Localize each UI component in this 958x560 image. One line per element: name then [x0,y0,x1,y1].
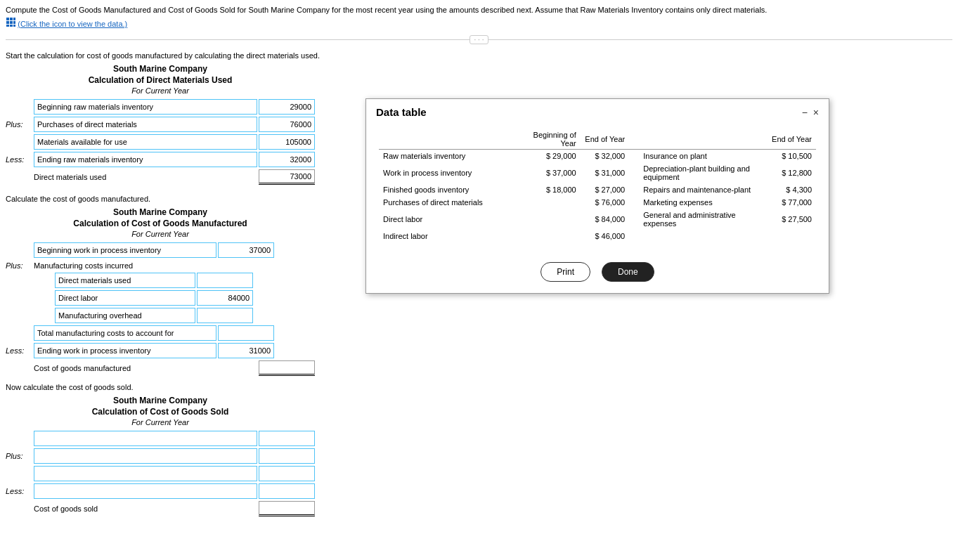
row1-item2: Insurance on plant [629,150,768,163]
col-item-header [379,129,518,150]
row3-item: Finished goods inventory [379,183,518,196]
modal-header: Data table − × [366,99,829,122]
row3-end: $ 27,000 [581,183,630,196]
modal-body: Beginning of Year End of Year End of Yea… [366,122,829,252]
row4-end2: $ 77,000 [768,196,816,209]
table-row: Direct labor $ 84,000 General and admini… [379,209,816,230]
row4-beg [518,196,581,209]
print-button[interactable]: Print [541,262,590,282]
modal-title: Data table [376,106,427,118]
row6-end2 [768,230,816,242]
table-row: Purchases of direct materials $ 76,000 M… [379,196,816,209]
row3-end2: $ 4,300 [768,183,816,196]
row6-item2 [629,230,768,242]
table-row: Finished goods inventory $ 18,000 $ 27,0… [379,183,816,196]
data-table-modal: Data table − × Beginning of Year End of … [365,98,829,294]
modal-close-button[interactable]: × [813,107,819,118]
table-row: Work in process inventory $ 37,000 $ 31,… [379,162,816,183]
modal-footer: Print Done [366,252,829,293]
row2-item2: Depreciation-plant building and equipmen… [629,162,768,183]
row5-item2: General and administrative expenses [629,209,768,230]
col-item2-header [629,129,768,150]
row3-item2: Repairs and maintenance-plant [629,183,768,196]
row5-end: $ 84,000 [581,209,630,230]
row1-beg: $ 29,000 [518,150,581,163]
row2-end: $ 31,000 [581,162,630,183]
col-beg-header: Beginning of Year [518,129,581,150]
row5-beg [518,209,581,230]
data-table: Beginning of Year End of Year End of Yea… [379,129,816,242]
row4-item: Purchases of direct materials [379,196,518,209]
row5-end2: $ 27,500 [768,209,816,230]
col-end2-header: End of Year [768,129,816,150]
row2-end2: $ 12,800 [768,162,816,183]
row1-end2: $ 10,500 [768,150,816,163]
row6-end: $ 46,000 [581,230,630,242]
row6-item: Indirect labor [379,230,518,242]
done-button[interactable]: Done [602,262,654,282]
row1-item: Raw materials inventory [379,150,518,163]
row4-end: $ 76,000 [581,196,630,209]
row2-item: Work in process inventory [379,162,518,183]
row3-beg: $ 18,000 [518,183,581,196]
row6-beg [518,230,581,242]
row1-end: $ 32,000 [581,150,630,163]
row2-beg: $ 37,000 [518,162,581,183]
modal-minimize-button[interactable]: − [802,107,808,118]
row4-item2: Marketing expenses [629,196,768,209]
modal-controls: − × [802,107,819,118]
table-row: Raw materials inventory $ 29,000 $ 32,00… [379,150,816,163]
row5-item: Direct labor [379,209,518,230]
table-row: Indirect labor $ 46,000 [379,230,816,242]
col-end-header: End of Year [581,129,630,150]
